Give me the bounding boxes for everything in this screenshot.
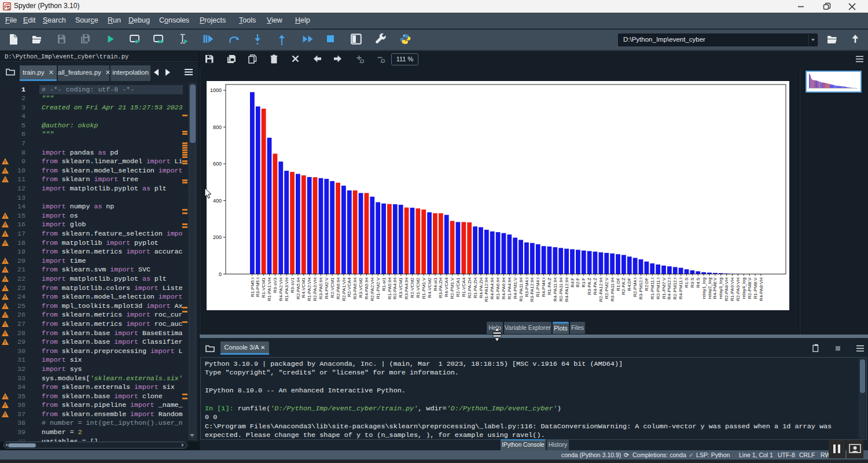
svg-text:R2-PA1:VH: R2-PA1:VH <box>341 277 347 301</box>
svg-text:R3-PA:ZH: R3-PA:ZH <box>438 277 443 298</box>
svg-text:R3-PA12:IH: R3-PA12:IH <box>529 277 535 302</box>
svg-text:R1-VCM2: R1-VCM2 <box>415 277 421 298</box>
svg-text:R2-PA11:IH: R2-PA11:IH <box>558 277 564 302</box>
svg-text:R2-PM8:V: R2-PM8:V <box>747 277 752 299</box>
svg-text:R4:DF: R4:DF <box>627 277 632 291</box>
svg-text:200: 200 <box>213 234 222 240</box>
svg-text:R4-PM8:V: R4-PM8:V <box>712 277 718 299</box>
svg-text:R2-PA12:IH: R2-PA12:IH <box>598 277 604 302</box>
svg-text:R2-PM12:I: R2-PM12:I <box>672 278 678 300</box>
svg-text:R3-sV3: R3-sV3 <box>273 277 278 293</box>
svg-text:R1-PM5:I: R1-PM5:I <box>250 278 255 297</box>
svg-text:R2-PM2:V: R2-PM2:V <box>604 277 609 299</box>
svg-text:R1-PM2:V: R1-PM2:V <box>376 277 381 299</box>
svg-text:1000: 1000 <box>210 87 222 93</box>
svg-text:R4-VCM2: R4-VCM2 <box>427 277 432 298</box>
svg-text:relay2_log: relay2_log <box>707 278 712 299</box>
svg-text:R3-PA:Z: R3-PA:Z <box>587 277 592 295</box>
svg-text:R2-PM11:I: R2-PM11:I <box>656 278 661 300</box>
svg-text:R2-PA:Z: R2-PA:Z <box>621 277 626 295</box>
svg-text:R1-PM8:V: R1-PM8:V <box>753 277 758 299</box>
svg-text:R3-VCM2: R3-VCM2 <box>358 277 363 298</box>
svg-text:R2:DF: R2:DF <box>644 277 649 291</box>
svg-text:R4-PA4:IH: R4-PA4:IH <box>490 277 495 299</box>
svg-text:R2-PA:ZH: R2-PA:ZH <box>467 277 472 298</box>
svg-text:relay1_log: relay1_log <box>701 278 707 299</box>
svg-text:R1-PA5:IH: R1-PA5:IH <box>387 277 392 299</box>
svg-text:R3-PA6:IH: R3-PA6:IH <box>352 277 358 299</box>
svg-text:R2-PA8:VH: R2-PA8:VH <box>724 277 729 301</box>
svg-text:R2-VCM2: R2-VCM2 <box>410 277 415 298</box>
svg-text:R4:S: R4:S <box>696 278 701 288</box>
svg-text:R1-PA1:VH: R1-PA1:VH <box>267 277 272 301</box>
svg-text:R4-PA2:VH: R4-PA2:VH <box>278 277 284 301</box>
svg-text:800: 800 <box>213 124 222 130</box>
svg-text:relay4_log: relay4_log <box>741 278 746 299</box>
svg-text:R4-sI1: R4-sI1 <box>433 277 438 291</box>
svg-text:R2-VCA4: R2-VCA4 <box>347 277 352 297</box>
svg-text:R1-PA12:IH: R1-PA12:IH <box>484 277 489 302</box>
svg-text:R4:F: R4:F <box>570 277 575 287</box>
svg-text:R1-PM1:V: R1-PM1:V <box>421 277 426 299</box>
svg-text:R3-VCM1: R3-VCM1 <box>398 277 403 298</box>
svg-text:R1-PA2:VH: R1-PA2:VH <box>307 277 312 301</box>
svg-text:R1-PA3:VH: R1-PA3:VH <box>284 277 289 301</box>
svg-text:R4-PA11:IH: R4-PA11:IH <box>553 277 558 302</box>
svg-text:R1-PA9:VH: R1-PA9:VH <box>730 277 735 301</box>
svg-text:R4-PM12:I: R4-PM12:I <box>667 278 672 300</box>
svg-text:R2-PA9:VH: R2-PA9:VH <box>735 277 741 301</box>
svg-text:R3-sV1: R3-sV1 <box>290 277 295 293</box>
svg-text:R4-VCA4: R4-VCA4 <box>444 277 449 297</box>
svg-text:R2-PA6:IH: R2-PA6:IH <box>336 277 341 299</box>
svg-text:R3:S: R3:S <box>690 278 695 288</box>
svg-text:R4-PM2:V: R4-PM2:V <box>324 277 329 299</box>
svg-text:R4-PA8:VH: R4-PA8:VH <box>759 277 764 301</box>
svg-text:R2-PA2:VH: R2-PA2:VH <box>370 277 375 301</box>
svg-text:R1-VCA4: R1-VCA4 <box>461 277 466 297</box>
svg-text:R3-PM12:I: R3-PM12:I <box>638 278 643 300</box>
svg-text:R4-PM4:I: R4-PM4:I <box>541 278 546 297</box>
svg-text:R3-PM4:I: R3-PM4:I <box>524 278 529 297</box>
svg-text:R1:F: R1:F <box>581 277 586 287</box>
svg-text:R4-PA6:IH: R4-PA6:IH <box>501 277 506 299</box>
svg-text:R1:DF: R1:DF <box>616 277 621 291</box>
svg-text:0: 0 <box>219 271 222 277</box>
svg-text:R4-VCM1: R4-VCM1 <box>301 277 306 298</box>
svg-text:R1-PA:Z: R1-PA:Z <box>547 277 552 295</box>
svg-text:R4-PA12:IH: R4-PA12:IH <box>564 277 569 302</box>
svg-text:R1-sI1: R1-sI1 <box>381 277 387 291</box>
svg-text:R2:F: R2:F <box>575 277 580 287</box>
svg-text:R4-PA5:IH: R4-PA5:IH <box>364 277 369 299</box>
svg-text:R1:S: R1:S <box>684 278 689 288</box>
svg-text:R4-PM11:I: R4-PM11:I <box>678 278 683 300</box>
svg-text:R3-PA4:IH: R3-PA4:IH <box>404 277 409 299</box>
svg-text:R2-PA3:VH: R2-PA3:VH <box>312 277 318 301</box>
svg-text:R2-PM1:V: R2-PM1:V <box>450 277 455 299</box>
svg-text:R3-PA5:IH: R3-PA5:IH <box>318 277 323 299</box>
svg-text:R3-PA11:IH: R3-PA11:IH <box>610 277 615 302</box>
svg-text:R4-PA:ZH: R4-PA:ZH <box>479 277 484 298</box>
svg-text:R1-PA:ZH: R1-PA:ZH <box>473 277 478 298</box>
svg-text:R2-VCA1: R2-VCA1 <box>455 277 461 297</box>
svg-text:R1-PM4:I: R1-PM4:I <box>535 278 540 297</box>
svg-text:R1-VCM1: R1-VCM1 <box>261 277 266 298</box>
svg-text:R2-PA4:IH: R2-PA4:IH <box>392 277 398 299</box>
svg-text:R1-PM11:I: R1-PM11:I <box>650 278 655 300</box>
svg-text:R4-PM1:V: R4-PM1:V <box>513 277 518 299</box>
svg-text:400: 400 <box>213 198 222 204</box>
svg-text:R4-PA:Z: R4-PA:Z <box>593 277 598 295</box>
svg-text:R1-PA11:IH: R1-PA11:IH <box>518 277 524 302</box>
svg-text:R2-PA5:IH: R2-PA5:IH <box>296 277 301 299</box>
svg-text:R3-PM5:I: R3-PM5:I <box>255 278 260 297</box>
svg-text:R1-PA6:IH: R1-PA6:IH <box>495 277 501 299</box>
svg-text:R1-PM7:V: R1-PM7:V <box>661 277 667 299</box>
svg-text:600: 600 <box>213 161 222 167</box>
svg-text:R1-PA4:IH: R1-PA4:IH <box>507 277 512 299</box>
svg-text:R2-PM4:I: R2-PM4:I <box>632 278 638 297</box>
svg-text:relay3_log: relay3_log <box>718 278 723 299</box>
svg-text:R2-VCM1: R2-VCM1 <box>330 277 335 298</box>
